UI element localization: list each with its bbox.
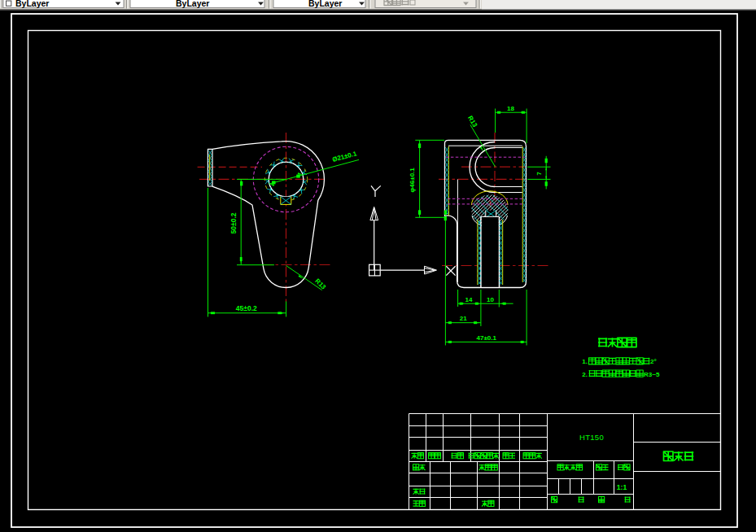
svg-text:47±0.1: 47±0.1 bbox=[476, 334, 496, 342]
svg-text:1:1: 1:1 bbox=[617, 483, 627, 491]
svg-text:2°: 2° bbox=[650, 358, 657, 365]
svg-text:φ46±0.1: φ46±0.1 bbox=[409, 168, 417, 193]
svg-text:14: 14 bbox=[465, 296, 473, 303]
svg-text:1.: 1. bbox=[582, 358, 588, 365]
svg-text:R3~5: R3~5 bbox=[644, 371, 660, 378]
svg-text:10: 10 bbox=[487, 296, 494, 303]
svg-text:ByLayer: ByLayer bbox=[308, 0, 342, 8]
svg-text:45±0.2: 45±0.2 bbox=[236, 304, 257, 312]
svg-text:21: 21 bbox=[460, 315, 467, 322]
svg-text:50±0.2: 50±0.2 bbox=[229, 212, 238, 233]
svg-text:18: 18 bbox=[507, 105, 514, 112]
svg-text:7: 7 bbox=[535, 172, 543, 175]
svg-text:2.: 2. bbox=[582, 371, 588, 378]
svg-text:HT150: HT150 bbox=[579, 433, 604, 442]
svg-text:ByLayer: ByLayer bbox=[15, 0, 49, 8]
svg-text:ByLayer: ByLayer bbox=[176, 0, 209, 8]
